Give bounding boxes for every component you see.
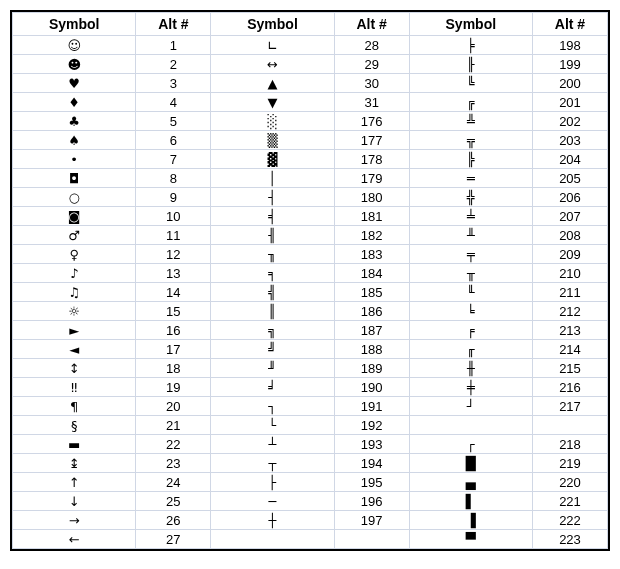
table-row: ☻2↔29╟199: [13, 55, 608, 74]
alt-code-cell: 185: [334, 283, 409, 302]
symbol-cell: ╖: [211, 245, 334, 264]
table-row: →26┼197▐222: [13, 511, 608, 530]
symbol-cell: ►: [13, 321, 136, 340]
alt-code-cell: 202: [532, 112, 607, 131]
symbol-cell: ☻: [13, 55, 136, 74]
symbol-cell: ▓: [211, 150, 334, 169]
alt-code-cell: 187: [334, 321, 409, 340]
symbol-cell: [409, 416, 532, 435]
symbol-cell: ┴: [211, 435, 334, 454]
alt-code-cell: 13: [136, 264, 211, 283]
table-row: ♪13╕184╥210: [13, 264, 608, 283]
symbol-cell: ▒: [211, 131, 334, 150]
symbol-cell: ╕: [211, 264, 334, 283]
symbol-cell: ─: [211, 492, 334, 511]
header-row: SymbolAlt #SymbolAlt #SymbolAlt #: [13, 13, 608, 36]
alt-code-cell: 203: [532, 131, 607, 150]
table-row: ↨23┬194█219: [13, 454, 608, 473]
symbol-cell: ┌: [409, 435, 532, 454]
alt-code-cell: 29: [334, 55, 409, 74]
symbol-cell: ╗: [211, 321, 334, 340]
symbol-cell: ♀: [13, 245, 136, 264]
symbol-cell: ╘: [409, 302, 532, 321]
table-row: ▬22┴193┌218: [13, 435, 608, 454]
alt-code-cell: 21: [136, 416, 211, 435]
alt-code-cell: 211: [532, 283, 607, 302]
alt-code-cell: 23: [136, 454, 211, 473]
alt-code-cell: 191: [334, 397, 409, 416]
symbol-cell: ╡: [211, 207, 334, 226]
alt-code-cell: 26: [136, 511, 211, 530]
alt-code-cell: 177: [334, 131, 409, 150]
alt-code-cell: 222: [532, 511, 607, 530]
symbol-cell: ╓: [409, 340, 532, 359]
header-symbol: Symbol: [211, 13, 334, 36]
symbol-cell: ╥: [409, 264, 532, 283]
symbol-cell: ♠: [13, 131, 136, 150]
alt-code-cell: 189: [334, 359, 409, 378]
alt-code-cell: 201: [532, 93, 607, 112]
alt-code-cell: 3: [136, 74, 211, 93]
alt-code-cell: 210: [532, 264, 607, 283]
alt-code-cell: 7: [136, 150, 211, 169]
symbol-cell: ┬: [211, 454, 334, 473]
alt-code-cell: 11: [136, 226, 211, 245]
alt-code-cell: 180: [334, 188, 409, 207]
table-row: ♫14╣185╙211: [13, 283, 608, 302]
alt-code-cell: 183: [334, 245, 409, 264]
alt-code-cell: 8: [136, 169, 211, 188]
symbol-cell: ═: [409, 169, 532, 188]
symbol-cell: ♫: [13, 283, 136, 302]
symbol-cell: ╨: [409, 226, 532, 245]
symbol-cell: §: [13, 416, 136, 435]
symbol-cell: ╛: [211, 378, 334, 397]
symbol-cell: ♣: [13, 112, 136, 131]
symbol-cell: ▼: [211, 93, 334, 112]
table-row: ♂11╢182╨208: [13, 226, 608, 245]
symbol-cell: ╢: [211, 226, 334, 245]
symbol-cell: ╙: [409, 283, 532, 302]
symbol-cell: █: [409, 454, 532, 473]
table-row: ←27▀223: [13, 530, 608, 549]
alt-code-cell: 213: [532, 321, 607, 340]
alt-code-cell: 190: [334, 378, 409, 397]
symbol-cell: ○: [13, 188, 136, 207]
alt-code-table-wrap: SymbolAlt #SymbolAlt #SymbolAlt # ☺1∟28╞…: [10, 10, 610, 551]
symbol-cell: ‼: [13, 378, 136, 397]
symbol-cell: ░: [211, 112, 334, 131]
alt-code-cell: 212: [532, 302, 607, 321]
symbol-cell: ◙: [13, 207, 136, 226]
symbol-cell: ╤: [409, 245, 532, 264]
alt-code-cell: 219: [532, 454, 607, 473]
table-row: ♀12╖183╤209: [13, 245, 608, 264]
symbol-cell: ┐: [211, 397, 334, 416]
alt-code-cell: 199: [532, 55, 607, 74]
alt-code-cell: 9: [136, 188, 211, 207]
table-row: ¶20┐191┘217: [13, 397, 608, 416]
alt-code-cell: 193: [334, 435, 409, 454]
alt-code-cell: 10: [136, 207, 211, 226]
alt-code-cell: 16: [136, 321, 211, 340]
alt-code-cell: 28: [334, 36, 409, 55]
symbol-cell: ╫: [409, 359, 532, 378]
alt-code-cell: 194: [334, 454, 409, 473]
symbol-cell: ╦: [409, 131, 532, 150]
alt-code-cell: 27: [136, 530, 211, 549]
alt-code-cell: 179: [334, 169, 409, 188]
table-row: ♣5░176╩202: [13, 112, 608, 131]
alt-code-cell: 206: [532, 188, 607, 207]
alt-code-cell: 192: [334, 416, 409, 435]
symbol-cell: ╜: [211, 359, 334, 378]
alt-code-cell: 218: [532, 435, 607, 454]
symbol-cell: ║: [211, 302, 334, 321]
alt-code-cell: 209: [532, 245, 607, 264]
header-alt: Alt #: [334, 13, 409, 36]
symbol-cell: ╠: [409, 150, 532, 169]
table-row: •7▓178╠204: [13, 150, 608, 169]
symbol-cell: ╒: [409, 321, 532, 340]
symbol-cell: ╬: [409, 188, 532, 207]
symbol-cell: ▐: [409, 511, 532, 530]
symbol-cell: ╞: [409, 36, 532, 55]
alt-code-cell: 18: [136, 359, 211, 378]
alt-code-cell: 195: [334, 473, 409, 492]
